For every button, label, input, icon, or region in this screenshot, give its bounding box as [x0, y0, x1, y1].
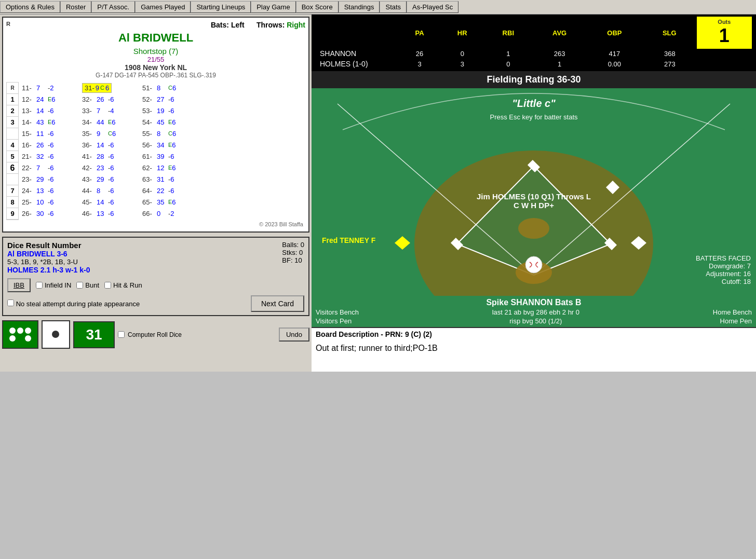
nav-starting-lineups[interactable]: Starting Lineups: [191, 1, 251, 13]
batter-avg: 263: [532, 48, 587, 59]
cell-13: 13- 14 - 6: [21, 105, 78, 116]
balls-stat: Balls: 0: [282, 241, 304, 249]
bunt-checkbox-label[interactable]: Bunt: [76, 281, 99, 289]
bats-info: Bats: Left Throws: Right: [211, 21, 305, 29]
outs-display: Outs 1: [697, 17, 751, 48]
svg-point-20: [525, 256, 542, 273]
row-numbers: R 1 2 3 4 5 6 7 8 9: [6, 82, 19, 220]
stks-stat: Stks: 0: [282, 249, 304, 256]
bench-row: Visitors Bench last 21 ab bvg 286 ebh 2 …: [316, 308, 752, 316]
cell-34: 34- 44 E 6: [81, 116, 138, 128]
nav-roster[interactable]: Roster: [60, 1, 91, 13]
nav-stats[interactable]: Stats: [380, 1, 407, 13]
pitcher-so: 0: [484, 59, 532, 69]
no-steal-label[interactable]: No steal attempt during plate appearance: [7, 299, 140, 308]
svg-point-4: [25, 335, 31, 342]
nav-options-rules[interactable]: Options & Rules: [0, 1, 60, 13]
nav-as-played[interactable]: As-Played Sc: [407, 1, 458, 13]
right-panel: PA HR RBI AVG OBP SLG Outs 1 SHANN: [312, 15, 756, 372]
nav-play-game[interactable]: Play Game: [251, 1, 295, 13]
fielding-rating-bar: Fielding Rating 36-30: [312, 71, 756, 88]
cell-15: 15- 11 - 6: [21, 128, 78, 139]
card-col3: 51- 8 C 6 52- 27 - 6 53-: [141, 82, 198, 220]
row-blank2: [7, 174, 18, 185]
row-6: 6: [7, 162, 18, 174]
bats-label: Bats:: [211, 21, 229, 29]
cell-41: 41- 28 - 6: [81, 151, 138, 162]
computer-roll-row: Computer Roll Dice: [118, 331, 276, 338]
left-panel: R Bats: Left Throws: Right Al BRIDWELL S…: [0, 15, 312, 372]
nav-box-score[interactable]: Box Score: [296, 1, 339, 13]
field-bottom: Spike SHANNON Bats B Visitors Bench last…: [312, 296, 756, 327]
dice-result-text: 5-3, 1B, 9, *2B, 1B, 3-U: [7, 258, 90, 266]
header-pa: PA: [399, 17, 440, 48]
cell-62: 62- 12 E 6: [141, 162, 198, 173]
cell-61: 61- 39 - 6: [141, 151, 198, 162]
nav-bar: Options & Rules Roster P/T Assoc. Games …: [0, 0, 756, 15]
row-8: 8: [7, 197, 18, 208]
row-1: 1: [7, 94, 18, 105]
dice-right-stats: Balls: 0 Stks: 0 BF: 10: [282, 241, 304, 274]
cell-32: 32- 26 - 6: [81, 93, 138, 105]
dice-player-line: Al BRIDWELL 3-6: [7, 250, 90, 258]
infield-in-checkbox[interactable]: [36, 282, 43, 289]
bf-stat: BF: 10: [282, 256, 304, 264]
cell-22: 22- 7 - 6: [21, 162, 78, 173]
cell-11: 11- 7 - 2: [21, 82, 78, 93]
main-layout: R Bats: Left Throws: Right Al BRIDWELL S…: [0, 15, 756, 372]
dice-white[interactable]: [42, 320, 70, 349]
card-rows: R 1 2 3 4 5 6 7 8 9: [6, 82, 305, 220]
nav-games-played[interactable]: Games Played: [135, 1, 191, 13]
pitcher-ip: 3: [399, 59, 440, 69]
bunt-checkbox[interactable]: [76, 282, 83, 289]
cell-43: 43- 29 - 6: [81, 173, 138, 185]
card-col1: 11- 7 - 2 12- 24 E 6 13-: [21, 82, 78, 220]
cell-36: 36- 14 - 6: [81, 139, 138, 151]
next-card-button[interactable]: Next Card: [251, 295, 304, 312]
no-steal-checkbox[interactable]: [7, 299, 14, 306]
dice-number: 31: [73, 321, 115, 348]
row-3: 3: [7, 117, 18, 128]
batter-slg: 368: [642, 48, 697, 59]
computer-roll-checkbox[interactable]: [118, 331, 125, 338]
cell-26: 26- 30 - 6: [21, 208, 78, 219]
ibb-button[interactable]: IBB: [7, 278, 31, 292]
cell-33: 33- 7 - 4: [81, 105, 138, 116]
row-5: 5: [7, 151, 18, 162]
svg-point-15: [518, 218, 549, 239]
batter-hr: 0: [440, 48, 484, 59]
svg-point-3: [9, 335, 16, 342]
bf-value: 10: [294, 256, 302, 264]
row-2: 2: [7, 105, 18, 117]
pitcher-baa: 273: [642, 59, 697, 69]
header-rbi: RBI: [484, 17, 532, 48]
cell-35: 35- 9 C 6: [81, 128, 138, 139]
player-name: Al BRIDWELL: [6, 31, 305, 45]
hit-run-checkbox-label[interactable]: Hit & Run: [104, 281, 142, 289]
dice-green[interactable]: [2, 320, 38, 349]
dice-result-section: Dice Result Number Al BRIDWELL 3-6 5-3, …: [2, 237, 309, 316]
last-ab: last 21 ab bvg 286 ebh 2 hr 0: [492, 308, 579, 316]
visitors-pen: Visitors Pen: [316, 317, 352, 325]
nav-pt-assoc[interactable]: P/T Assoc.: [91, 1, 135, 13]
row-9: 9: [7, 208, 18, 220]
row-r: R: [7, 83, 18, 94]
copyright: © 2023 Bill Staffa: [6, 220, 305, 228]
header-slg: SLG: [642, 17, 697, 48]
player-card-header: R Bats: Left Throws: Right: [6, 21, 305, 29]
svg-point-1: [17, 328, 23, 334]
bats-value: Left: [231, 21, 245, 29]
visitors-bench: Visitors Bench: [316, 308, 359, 316]
cell-24: 24- 13 - 6: [21, 185, 78, 196]
row-4: 4: [7, 140, 18, 151]
player-record: 21/55: [6, 56, 305, 63]
player-team: 1908 New York NL: [6, 63, 305, 72]
undo-button[interactable]: Undo: [279, 328, 309, 342]
nav-standings[interactable]: Standings: [339, 1, 380, 13]
infield-in-checkbox-label[interactable]: Infield IN: [36, 281, 71, 289]
dice-pitcher-line: HOLMES 2.1 h-3 w-1 k-0: [7, 266, 90, 274]
hit-run-checkbox[interactable]: [104, 282, 111, 289]
batter-line: Spike SHANNON Bats B: [316, 298, 752, 307]
batter-rbi: 1: [484, 48, 532, 59]
hit-run-label: Hit & Run: [113, 281, 142, 289]
